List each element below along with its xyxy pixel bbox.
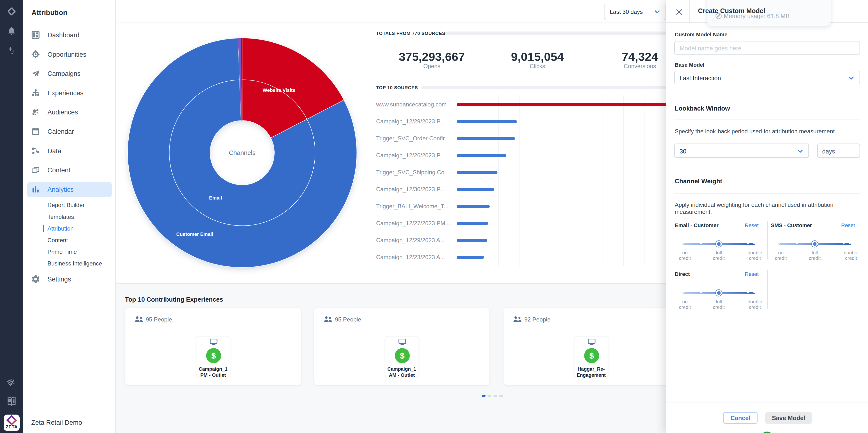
svg-text:ZETA: ZETA [6, 424, 18, 429]
